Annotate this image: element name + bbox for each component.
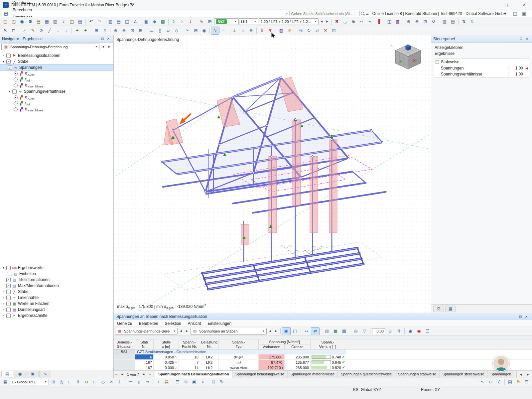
next-table-button[interactable]: ▶ (273, 328, 279, 334)
open-model-icon[interactable]: ◰ (10, 18, 18, 25)
float-panel-icon[interactable]: ⊡ (518, 37, 524, 41)
load-combination-combo[interactable]: LK1 ▼ (239, 18, 258, 25)
window-split-icon[interactable]: ◫ (123, 18, 131, 25)
cell-stelle[interactable]: 0.000▽ (154, 365, 179, 370)
float-panel-icon[interactable]: ⊡ (517, 315, 523, 319)
rtab-materialweise[interactable]: Spannungen materialweise (288, 371, 338, 378)
line-icon[interactable]: ╱ (46, 27, 54, 34)
next-page-button[interactable]: ▶ (141, 373, 147, 376)
tree-item-staebe-anzeige[interactable]: ▸ ╱ Stäbe (0, 289, 113, 295)
filter-icon[interactable]: ▽ (360, 328, 368, 335)
zoom-previous-icon[interactable]: ↺ (430, 18, 438, 25)
control-panel-header[interactable]: Steuerpanel ⊡ ✕ (431, 35, 532, 43)
selection-mode-icon[interactable]: ↖ (478, 378, 486, 386)
block-icon[interactable]: ⊞ (92, 27, 100, 34)
decimal-places-field[interactable]: 0,00 (372, 328, 385, 334)
release-icon[interactable]: ⊚ (247, 27, 255, 34)
expander-icon[interactable]: ▸ (2, 314, 5, 317)
window-float-icon[interactable]: ◱ (511, 10, 519, 17)
relation-icon[interactable]: ⇅ (395, 328, 403, 335)
factor-row-spannungen[interactable]: Spannungen 1.00 ◀ (434, 65, 529, 71)
group-row[interactable]: BS1 GZT Strukturversagen - Grundkombinat… (114, 349, 532, 354)
column-header[interactable]: Spann.-Verh. η [--] (311, 339, 345, 349)
grid-icon[interactable]: ⊞ (49, 378, 57, 386)
rtab-belastungsweise[interactable]: Spannungen belastungsweise (232, 371, 288, 378)
undo-icon[interactable]: ↶ (87, 18, 95, 25)
member-load-icon[interactable]: ⇓ (258, 27, 266, 34)
expander-icon[interactable]: ▸ (2, 290, 5, 293)
checkbox[interactable] (6, 296, 11, 300)
table-split-icon[interactable]: ◫ (291, 328, 299, 335)
generate-load-icon[interactable]: ✦ (81, 27, 89, 34)
checkbox[interactable]: ✓ (6, 278, 11, 282)
cell-vorhanden[interactable]: 175.800 (259, 354, 285, 359)
rmenu-bearbeiten[interactable]: Bearbeiten (135, 320, 161, 327)
rtab-nach-bemessungssituation[interactable]: Spannungen nach Bemessungssituation (155, 371, 232, 378)
control-panel-icon[interactable]: ◫ (385, 18, 393, 25)
view-z-icon[interactable]: ▱ (164, 27, 172, 34)
render-toggle-icon[interactable]: ▣ (190, 378, 198, 386)
float-panel-icon[interactable]: ⊡ (99, 37, 105, 41)
view-isometric-icon[interactable]: ◇ (173, 27, 181, 34)
endpoint-snap-icon[interactable]: □ (91, 378, 99, 386)
column-header-spannung[interactable]: Spannung [N/mm²] VorhandenGrenze (259, 339, 311, 349)
column-header[interactable]: Bemess.-Situation (114, 339, 135, 349)
tree-item-ratio-tau-tot[interactable]: ▞ τtot (0, 100, 113, 106)
result-table-icon[interactable]: ⊞ (206, 18, 214, 25)
rmenu-gehe-zu[interactable]: Gehe zu (114, 320, 135, 327)
factor-value[interactable]: 1.00 (508, 66, 524, 70)
cell-grenze[interactable]: 235.000 (285, 365, 311, 370)
close-panel-icon[interactable]: ✕ (524, 37, 530, 41)
minimize-button[interactable]: – (481, 0, 496, 10)
expander-icon[interactable]: ▸ (2, 54, 5, 57)
rtab-weitere[interactable]: Spannungen (487, 371, 514, 378)
midpoint-snap-icon[interactable]: ◇ (99, 378, 107, 386)
clipping-box-icon[interactable]: ⊟ (192, 27, 200, 34)
numbering-icon[interactable]: # (101, 27, 109, 34)
column-header[interactable]: BelastungNr. (200, 339, 219, 349)
menu-zuordnen[interactable]: Zuordnen (10, 0, 35, 6)
cube-face-y-label[interactable]: -Y (398, 60, 402, 64)
collapse-icon[interactable]: − (436, 60, 439, 64)
fullscreen-icon[interactable]: ⊡ (209, 378, 217, 386)
coordinate-system-combo[interactable]: 1 - Global XYZ ▼ (10, 379, 49, 385)
next-combination-button[interactable]: ▶ (325, 18, 330, 25)
combination-formula-combo[interactable]: 1.20 * LF1 + 1.20 * LF2 + 1.2... ▼ (259, 18, 319, 25)
home-icon[interactable]: ⌂ (390, 44, 393, 48)
user-cs-icon[interactable]: + (154, 378, 162, 386)
radio-button[interactable] (14, 83, 18, 87)
edit-icon[interactable]: ✎ (29, 27, 37, 34)
radio-button[interactable] (14, 107, 18, 111)
checkbox[interactable] (12, 89, 17, 94)
rotate-view-icon[interactable]: ↻ (305, 27, 313, 34)
design-situation-cell[interactable]: BS1 (114, 349, 135, 354)
dimension-v-icon[interactable]: ↕ (62, 27, 70, 34)
save-icon[interactable]: ▦ (43, 18, 51, 25)
cell-punkt[interactable]: 7 (179, 360, 200, 365)
show-deformation-icon[interactable]: ◡ (341, 18, 349, 25)
tree-item-max-min-informationen[interactable]: ✓ ▤ Max/Min-Informationen (0, 283, 113, 289)
checkbox[interactable]: ✓ (6, 60, 11, 64)
print-table-icon[interactable]: ▥ (323, 328, 331, 335)
redo-icon[interactable]: ↷ (95, 18, 103, 25)
new-model-icon[interactable]: ▢ (1, 18, 9, 25)
tab-ansichten-icon[interactable]: ▣ (27, 371, 39, 377)
checkbox[interactable] (8, 272, 12, 276)
display-colors-icon[interactable]: ▨ (277, 27, 285, 34)
support-icon[interactable]: ⊥ (230, 27, 238, 34)
mass-print-icon[interactable]: ▤ (449, 18, 457, 25)
cell-vorhanden[interactable]: 87.470 (259, 360, 285, 365)
cell-belastung[interactable]: LK2 (200, 360, 219, 365)
checkbox[interactable] (6, 54, 11, 58)
scroll-tabs-right-button[interactable]: ▶ (525, 373, 531, 376)
radio-button[interactable] (14, 77, 18, 81)
checkbox[interactable] (6, 290, 11, 294)
table-row[interactable]: 6 0.850△ 16 LK2 σx,ges 175.800 235.000 0… (114, 354, 532, 360)
group-header[interactable]: − Stabweise (434, 59, 529, 65)
expander-icon[interactable]: ▾ (2, 266, 5, 269)
rmenu-ansicht[interactable]: Ansicht (185, 320, 204, 327)
view-x-icon[interactable]: ▭ (148, 27, 156, 34)
zoom-all-icon[interactable]: ⊞ (137, 27, 145, 34)
previous-category-button[interactable]: ◀ (178, 328, 184, 334)
column-header[interactable]: Stellex [m] (154, 339, 179, 349)
